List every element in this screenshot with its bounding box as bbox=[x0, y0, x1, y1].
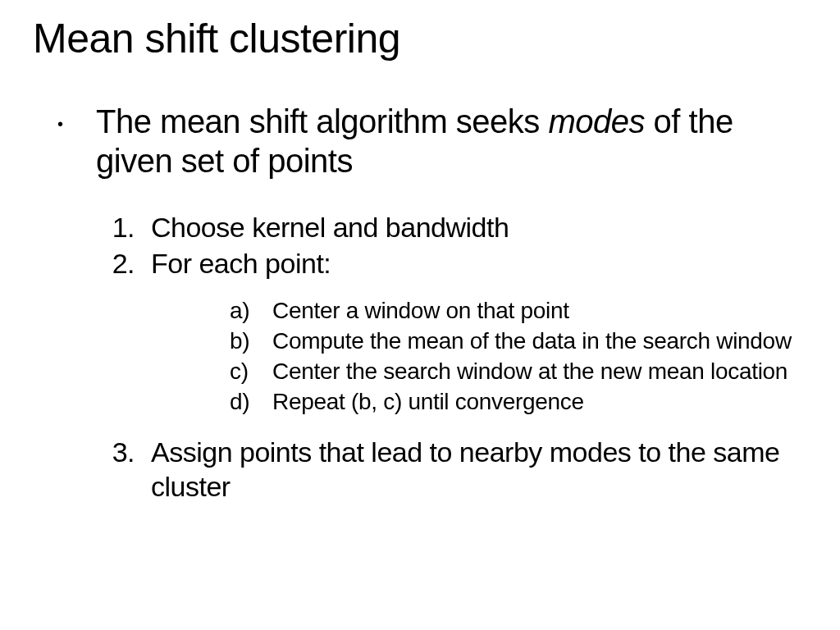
substep-text: Compute the mean of the data in the sear… bbox=[272, 326, 792, 356]
bullet-item: • The mean shift algorithm seeks modes o… bbox=[57, 102, 807, 180]
step-text: For each point: bbox=[151, 246, 331, 281]
bullet-dot-icon: • bbox=[57, 105, 63, 143]
sub-list: a) Center a window on that point b) Comp… bbox=[230, 295, 807, 417]
bullet-text-em: modes bbox=[548, 103, 645, 139]
bullet-text: The mean shift algorithm seeks modes of … bbox=[96, 102, 807, 180]
substep-label: b) bbox=[230, 326, 258, 356]
substep-text: Center a window on that point bbox=[272, 295, 569, 326]
slide: Mean shift clustering • The mean shift a… bbox=[0, 0, 840, 630]
substep-label: c) bbox=[230, 356, 258, 386]
step-3: 3. Assign points that lead to nearby mod… bbox=[100, 435, 807, 504]
substep-text: Center the search window at the new mean… bbox=[272, 356, 788, 386]
substep-d: d) Repeat (b, c) until convergence bbox=[230, 386, 807, 417]
bullet-text-pre: The mean shift algorithm seeks bbox=[96, 103, 548, 139]
substep-label: a) bbox=[230, 295, 258, 326]
substep-b: b) Compute the mean of the data in the s… bbox=[230, 326, 807, 356]
step-number: 3. bbox=[100, 435, 135, 469]
step-text: Choose kernel and bandwidth bbox=[151, 210, 509, 244]
step-text: Assign points that lead to nearby modes … bbox=[151, 435, 807, 504]
substep-text: Repeat (b, c) until convergence bbox=[272, 386, 584, 417]
step-2: 2. For each point: bbox=[100, 246, 807, 281]
substep-label: d) bbox=[230, 386, 258, 417]
slide-title: Mean shift clustering bbox=[33, 15, 807, 62]
substep-c: c) Center the search window at the new m… bbox=[230, 356, 807, 386]
substep-a: a) Center a window on that point bbox=[230, 295, 807, 326]
step-1: 1. Choose kernel and bandwidth bbox=[100, 210, 807, 244]
step-number: 2. bbox=[100, 246, 135, 281]
numbered-list: 1. Choose kernel and bandwidth 2. For ea… bbox=[100, 210, 807, 504]
step-number: 1. bbox=[100, 210, 135, 244]
